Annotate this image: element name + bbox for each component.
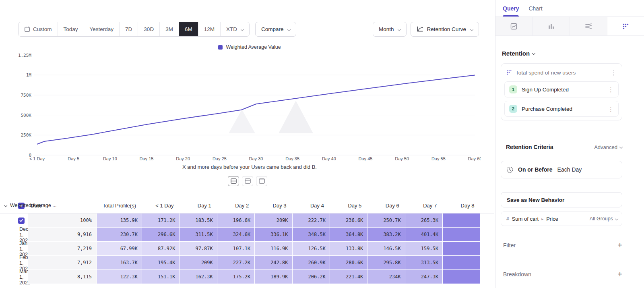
view-toggle-expanded[interactable] bbox=[256, 176, 267, 186]
tab-chart[interactable]: Chart bbox=[528, 0, 542, 17]
retention-cell-partial[interactable] bbox=[442, 256, 480, 270]
retention-cell[interactable]: 107.1K bbox=[217, 242, 254, 256]
retention-cell[interactable]: 260.9K bbox=[292, 256, 330, 270]
range-button-xtd[interactable]: XTD bbox=[220, 22, 249, 36]
retention-cell[interactable]: 227.2K bbox=[217, 256, 254, 270]
row-checkbox[interactable] bbox=[18, 218, 25, 224]
report-tab-insights[interactable] bbox=[495, 17, 533, 35]
retention-cell[interactable]: 311.5K bbox=[179, 228, 217, 242]
retention-cell[interactable]: 383.2K bbox=[367, 228, 405, 242]
chevron-down-icon bbox=[532, 52, 535, 55]
retention-cell[interactable]: 230.7K bbox=[97, 228, 142, 242]
range-button-12m[interactable]: 12M bbox=[198, 22, 220, 36]
retention-cell[interactable]: 67.99K bbox=[97, 242, 142, 256]
retention-cell[interactable]: 401.4K bbox=[405, 228, 442, 242]
retention-cell[interactable]: 163.7K bbox=[97, 256, 142, 270]
behavior-step[interactable]: 1Sign Up Completed⋮ bbox=[504, 81, 619, 97]
retention-cell[interactable]: 313.5K bbox=[405, 256, 442, 270]
retention-cell[interactable]: 151.1K bbox=[142, 270, 179, 284]
criteria-label: Retention Criteria bbox=[501, 144, 553, 150]
total-profiles-cell: 7,912 bbox=[28, 256, 97, 270]
retention-cell[interactable]: 250.7K bbox=[367, 213, 405, 228]
main-content: CustomTodayYesterday7D30D3M6M12MXTD Comp… bbox=[0, 0, 495, 288]
retention-cell[interactable]: 171.2K bbox=[142, 213, 179, 228]
retention-cell[interactable]: 195.4K bbox=[142, 256, 179, 270]
retention-cell[interactable]: 364.8K bbox=[330, 228, 367, 242]
range-button-today[interactable]: Today bbox=[58, 22, 84, 36]
retention-cell[interactable]: 265.3K bbox=[405, 213, 442, 228]
section-label: Retention bbox=[502, 50, 530, 57]
criteria-timing-row[interactable]: On or Before Each Day bbox=[501, 161, 622, 178]
retention-cell[interactable]: 122.3K bbox=[97, 270, 142, 284]
retention-cell[interactable]: 234K bbox=[367, 270, 405, 284]
retention-cell[interactable]: 336.1K bbox=[254, 228, 292, 242]
retention-cell[interactable]: 221.4K bbox=[330, 270, 367, 284]
retention-cell[interactable]: 97.87K bbox=[179, 242, 217, 256]
retention-cell[interactable]: 183.5K bbox=[179, 213, 217, 228]
retention-cell[interactable]: 87.92K bbox=[142, 242, 179, 256]
step-menu-kebab[interactable]: ⋮ bbox=[607, 87, 615, 93]
granularity-button[interactable]: Month bbox=[373, 22, 407, 37]
view-toggle-comfortable[interactable] bbox=[242, 176, 253, 186]
behavior-header[interactable]: Total spend of new users ⋮ bbox=[501, 64, 622, 81]
retention-cell[interactable]: 296.6K bbox=[142, 228, 179, 242]
retention-cell[interactable]: 348.5K bbox=[292, 228, 330, 242]
tab-query[interactable]: Query bbox=[503, 0, 519, 17]
range-button-30d[interactable]: 30D bbox=[138, 22, 159, 36]
row-label[interactable]: Weighted Average ... bbox=[0, 198, 495, 212]
table-view-toggles bbox=[0, 176, 495, 186]
retention-cell[interactable]: 209K bbox=[179, 256, 217, 270]
retention-cell[interactable]: 189.9K bbox=[254, 270, 292, 284]
retention-cell-partial[interactable] bbox=[442, 228, 480, 242]
retention-cell[interactable]: 159.5K bbox=[405, 242, 442, 256]
retention-cell[interactable]: 295.8K bbox=[367, 256, 405, 270]
retention-cell[interactable]: 162.3K bbox=[179, 270, 217, 284]
report-tab-flows[interactable] bbox=[570, 17, 607, 35]
y-tick-label: 750K bbox=[21, 93, 32, 98]
range-button-yesterday[interactable]: Yesterday bbox=[84, 22, 120, 36]
report-tab-retention[interactable] bbox=[607, 17, 644, 35]
step-label: Sign Up Completed bbox=[522, 87, 602, 93]
behavior-steps: 1Sign Up Completed⋮2Purchase Completed⋮ bbox=[501, 81, 622, 117]
retention-cell[interactable]: 116.9K bbox=[254, 242, 292, 256]
behavior-step[interactable]: 2Purchase Completed⋮ bbox=[504, 101, 619, 117]
retention-cell[interactable]: 324.6K bbox=[217, 228, 254, 242]
retention-cell[interactable]: 126.5K bbox=[292, 242, 330, 256]
retention-cell[interactable]: 135.9K bbox=[97, 213, 142, 228]
compare-button[interactable]: Compare bbox=[255, 22, 297, 37]
measure-row[interactable]: # Sum of cart ▸ Price All Groups bbox=[501, 211, 622, 226]
retention-cell[interactable]: 242.8K bbox=[254, 256, 292, 270]
retention-cell[interactable]: 133.8K bbox=[330, 242, 367, 256]
chart-type-button[interactable]: Retention Curve bbox=[411, 22, 479, 37]
rows-dense-icon bbox=[231, 178, 237, 184]
retention-cell[interactable]: 209K bbox=[254, 213, 292, 228]
view-toggle-dense[interactable] bbox=[228, 176, 239, 186]
retention-cell[interactable]: 222.7K bbox=[292, 213, 330, 228]
group-label: All Groups bbox=[590, 216, 613, 222]
retention-cell-partial[interactable] bbox=[442, 242, 480, 256]
step-menu-kebab[interactable]: ⋮ bbox=[607, 106, 615, 112]
retention-cell[interactable]: 236.6K bbox=[330, 213, 367, 228]
save-as-new-behavior-button[interactable]: Save as New Behavior bbox=[501, 192, 622, 207]
behavior-menu-kebab[interactable]: ⋮ bbox=[609, 70, 618, 76]
range-button-3m[interactable]: 3M bbox=[159, 22, 179, 36]
retention-cell-partial[interactable] bbox=[442, 270, 480, 284]
group-dropdown[interactable]: All Groups bbox=[590, 216, 618, 222]
add-breakdown-button[interactable]: + bbox=[617, 270, 622, 278]
retention-cell-partial[interactable] bbox=[442, 213, 480, 228]
criteria-mode-dropdown[interactable]: Advanced bbox=[594, 144, 622, 150]
report-tab-funnels[interactable] bbox=[533, 17, 570, 35]
retention-cell[interactable]: 175.2K bbox=[217, 270, 254, 284]
range-button-6m[interactable]: 6M bbox=[179, 22, 198, 36]
retention-line[interactable] bbox=[37, 75, 475, 144]
add-filter-button[interactable]: + bbox=[617, 241, 622, 249]
retention-cell[interactable]: 280.6K bbox=[330, 256, 367, 270]
section-dropdown-retention[interactable]: Retention bbox=[502, 50, 644, 57]
range-button-custom[interactable]: Custom bbox=[19, 22, 58, 36]
retention-cell[interactable]: 247.3K bbox=[405, 270, 442, 284]
rows-expanded-icon bbox=[259, 178, 265, 184]
retention-cell[interactable]: 196.6K bbox=[217, 213, 254, 228]
retention-cell[interactable]: 206.2K bbox=[292, 270, 330, 284]
retention-cell[interactable]: 146.5K bbox=[367, 242, 405, 256]
range-button-7d[interactable]: 7D bbox=[119, 22, 138, 36]
